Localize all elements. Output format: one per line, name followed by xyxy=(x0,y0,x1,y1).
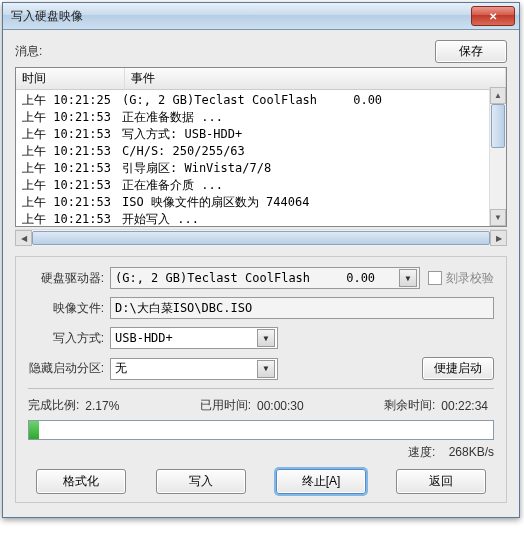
log-event: C/H/S: 250/255/63 xyxy=(122,143,506,160)
done-value: 2.17% xyxy=(85,399,119,413)
log-row[interactable]: 上午 10:21:53写入方式: USB-HDD+ xyxy=(18,126,506,143)
write-label: 写入方式: xyxy=(28,330,110,347)
log-time: 上午 10:21:53 xyxy=(18,177,122,194)
close-button[interactable]: ✕ xyxy=(471,6,515,26)
dialog-window: 写入硬盘映像 ✕ 消息: 保存 时间 事件 上午 10:21:25(G:, 2 … xyxy=(2,2,520,518)
drive-value: (G:, 2 GB)Teclast CoolFlash 0.00 xyxy=(115,271,399,285)
remain-label: 剩余时间: xyxy=(384,397,435,414)
image-row: 映像文件: D:\大白菜ISO\DBC.ISO xyxy=(28,297,494,319)
checkbox-box[interactable] xyxy=(428,271,442,285)
log-event: 写入方式: USB-HDD+ xyxy=(122,126,506,143)
scroll-track[interactable] xyxy=(490,104,506,209)
message-header-row: 消息: 保存 xyxy=(15,40,507,63)
log-row[interactable]: 上午 10:21:25(G:, 2 GB)Teclast CoolFlash 0… xyxy=(18,92,506,109)
close-icon: ✕ xyxy=(489,11,497,22)
drive-combo[interactable]: (G:, 2 GB)Teclast CoolFlash 0.00 ▼ xyxy=(110,267,420,289)
back-button[interactable]: 返回 xyxy=(396,469,486,494)
log-row[interactable]: 上午 10:21:53引导扇区: WinVista/7/8 xyxy=(18,160,506,177)
log-event: 正在准备数据 ... xyxy=(122,109,506,126)
scroll-right-icon[interactable]: ▶ xyxy=(490,230,507,246)
log-time: 上午 10:21:25 xyxy=(18,92,122,109)
log-rows: 上午 10:21:25(G:, 2 GB)Teclast CoolFlash 0… xyxy=(16,90,506,227)
format-button[interactable]: 格式化 xyxy=(36,469,126,494)
write-value: USB-HDD+ xyxy=(115,331,257,345)
chevron-down-icon[interactable]: ▼ xyxy=(257,360,275,378)
write-row: 写入方式: USB-HDD+ ▼ xyxy=(28,327,494,349)
image-label: 映像文件: xyxy=(28,300,110,317)
log-event: 开始写入 ... xyxy=(122,211,506,227)
remain-value: 00:22:34 xyxy=(441,399,488,413)
speed-label: 速度: xyxy=(408,445,435,459)
log-time: 上午 10:21:53 xyxy=(18,126,122,143)
hidden-combo[interactable]: 无 ▼ xyxy=(110,358,278,380)
window-title: 写入硬盘映像 xyxy=(11,8,471,25)
save-button[interactable]: 保存 xyxy=(435,40,507,63)
abort-button[interactable]: 终止[A] xyxy=(276,469,366,494)
hidden-label: 隐藏启动分区: xyxy=(28,360,110,377)
elapsed-label: 已用时间: xyxy=(200,397,251,414)
speed-row: 速度: 268KB/s xyxy=(28,444,494,461)
chevron-down-icon[interactable]: ▼ xyxy=(399,269,417,287)
scroll-down-icon[interactable]: ▼ xyxy=(490,209,506,226)
hidden-row: 隐藏启动分区: 无 ▼ 便捷启动 xyxy=(28,357,494,380)
horizontal-scrollbar[interactable]: ◀ ▶ xyxy=(15,229,507,246)
log-event: (G:, 2 GB)Teclast CoolFlash 0.00 xyxy=(122,92,506,109)
col-event-header[interactable]: 事件 xyxy=(125,68,506,89)
image-field[interactable]: D:\大白菜ISO\DBC.ISO xyxy=(110,297,494,319)
done-label: 完成比例: xyxy=(28,397,79,414)
log-time: 上午 10:21:53 xyxy=(18,143,122,160)
form-panel: 硬盘驱动器: (G:, 2 GB)Teclast CoolFlash 0.00 … xyxy=(15,256,507,503)
button-row: 格式化 写入 终止[A] 返回 xyxy=(28,469,494,494)
progress-bar xyxy=(28,420,494,440)
write-button[interactable]: 写入 xyxy=(156,469,246,494)
burn-verify-checkbox[interactable]: 刻录校验 xyxy=(428,270,494,287)
log-row[interactable]: 上午 10:21:53正在准备数据 ... xyxy=(18,109,506,126)
progress-info-row: 完成比例: 2.17% 已用时间: 00:00:30 剩余时间: 00:22:3… xyxy=(28,397,494,414)
drive-row: 硬盘驱动器: (G:, 2 GB)Teclast CoolFlash 0.00 … xyxy=(28,267,494,289)
scroll-up-icon[interactable]: ▲ xyxy=(490,87,506,104)
dialog-body: 消息: 保存 时间 事件 上午 10:21:25(G:, 2 GB)Teclas… xyxy=(3,30,519,517)
log-row[interactable]: 上午 10:21:53ISO 映像文件的扇区数为 744064 xyxy=(18,194,506,211)
log-row[interactable]: 上午 10:21:53C/H/S: 250/255/63 xyxy=(18,143,506,160)
elapsed-value: 00:00:30 xyxy=(257,399,304,413)
log-row[interactable]: 上午 10:21:53开始写入 ... xyxy=(18,211,506,227)
scroll-left-icon[interactable]: ◀ xyxy=(15,230,32,246)
log-time: 上午 10:21:53 xyxy=(18,211,122,227)
speed-value: 268KB/s xyxy=(449,445,494,459)
drive-label: 硬盘驱动器: xyxy=(28,270,110,287)
convenient-boot-button[interactable]: 便捷启动 xyxy=(422,357,494,380)
col-time-header[interactable]: 时间 xyxy=(16,68,125,89)
burn-verify-label: 刻录校验 xyxy=(446,270,494,287)
log-event: 引导扇区: WinVista/7/8 xyxy=(122,160,506,177)
divider xyxy=(28,388,494,389)
log-event: ISO 映像文件的扇区数为 744064 xyxy=(122,194,506,211)
message-label: 消息: xyxy=(15,43,435,60)
progress-fill xyxy=(29,421,39,439)
log-event: 正在准备介质 ... xyxy=(122,177,506,194)
log-time: 上午 10:21:53 xyxy=(18,160,122,177)
log-time: 上午 10:21:53 xyxy=(18,194,122,211)
write-mode-combo[interactable]: USB-HDD+ ▼ xyxy=(110,327,278,349)
image-value: D:\大白菜ISO\DBC.ISO xyxy=(115,300,491,317)
log-panel: 时间 事件 上午 10:21:25(G:, 2 GB)Teclast CoolF… xyxy=(15,67,507,227)
titlebar[interactable]: 写入硬盘映像 ✕ xyxy=(3,3,519,30)
scroll-thumb[interactable] xyxy=(491,104,505,148)
log-header: 时间 事件 xyxy=(16,68,506,90)
log-row[interactable]: 上午 10:21:53正在准备介质 ... xyxy=(18,177,506,194)
hscroll-thumb[interactable] xyxy=(32,231,490,245)
vertical-scrollbar[interactable]: ▲ ▼ xyxy=(489,87,506,226)
log-time: 上午 10:21:53 xyxy=(18,109,122,126)
hidden-value: 无 xyxy=(115,360,257,377)
chevron-down-icon[interactable]: ▼ xyxy=(257,329,275,347)
